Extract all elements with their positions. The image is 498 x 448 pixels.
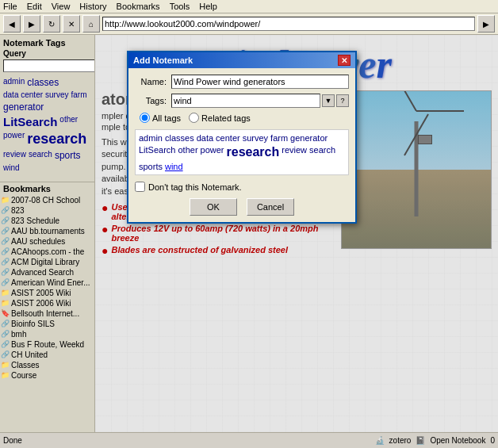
query-row: ? [3, 59, 91, 72]
bookmark-bioinfo[interactable]: 🔗Bioinfo SILS [0, 319, 94, 329]
bookmark-course[interactable]: 📁Course [0, 370, 94, 381]
go-button[interactable]: ▶ [477, 15, 495, 33]
forward-button[interactable]: ▶ [23, 15, 40, 33]
tags-input[interactable] [171, 94, 320, 108]
folder-icon: 📁 [0, 288, 10, 297]
link-icon: 🔗 [0, 329, 10, 339]
link-icon: 🔗 [0, 226, 10, 235]
bookmark-awea[interactable]: 🔗American Wind Ener... [0, 278, 94, 288]
link-icon: 🔗 [0, 216, 10, 225]
menu-bookmarks[interactable]: Bookmarks [117, 2, 160, 11]
dialog-close-button[interactable]: ✕ [338, 55, 351, 66]
tag-wind[interactable]: wind [3, 163, 20, 172]
dialog-tag-litsearch[interactable]: LitSearch [139, 145, 175, 159]
bookmark-asist06[interactable]: 📁ASIST 2006 Wiki [0, 298, 94, 308]
radio-related-input[interactable] [189, 113, 199, 123]
query-label: Query [3, 49, 91, 58]
bookmark-2007[interactable]: 📁2007-08 CH School [0, 195, 94, 205]
reload-button[interactable]: ↻ [43, 15, 60, 33]
ok-button[interactable]: OK [190, 198, 237, 216]
bookmark-busf[interactable]: 🔗Bus F Route, Weekd [0, 339, 94, 350]
tag-power[interactable]: power [3, 131, 25, 147]
menu-help[interactable]: Help [199, 2, 217, 11]
bookmark-bmh[interactable]: 🔗bmh [0, 329, 94, 339]
bookmark-classes[interactable]: 📁Classes [0, 360, 94, 370]
menu-edit[interactable]: Edit [27, 2, 42, 11]
link-icon: 🔗 [0, 236, 10, 246]
tags-input-wrap: ▼ ? [171, 94, 349, 108]
address-bar [102, 17, 475, 31]
tag-data-center[interactable]: data center [3, 90, 43, 99]
dialog-tag-survey[interactable]: survey [243, 133, 268, 143]
open-notebook-label[interactable]: Open Notebook [430, 436, 485, 445]
dialog-tag-other[interactable]: other [178, 145, 197, 159]
menu-file[interactable]: File [3, 2, 17, 11]
tags-help-btn[interactable]: ? [336, 94, 349, 107]
name-label: Name: [135, 77, 167, 86]
bookmark-asist05[interactable]: 📁ASIST 2005 Wiki [0, 288, 94, 298]
stop-button[interactable]: ✕ [63, 15, 80, 33]
dialog-tag-sports[interactable]: sports [139, 162, 163, 171]
main-area: Notemark Tags Query ? admin classes data… [0, 35, 498, 432]
tag-research[interactable]: research [27, 131, 86, 147]
address-input[interactable] [102, 17, 475, 31]
menu-tools[interactable]: Tools [170, 2, 190, 11]
cancel-button[interactable]: Cancel [247, 198, 294, 216]
tag-admin[interactable]: admin [3, 77, 25, 88]
bookmark-aau-bb[interactable]: 🔗AAU bb.tournaments [0, 226, 94, 236]
bookmark-823sched[interactable]: 🔗823 Schedule [0, 216, 94, 226]
dialog-buttons: OK Cancel [135, 198, 349, 216]
dialog-tag-farm[interactable]: farm [270, 133, 288, 143]
dialog-tag-wind[interactable]: wind [165, 162, 183, 171]
bookmark-chunited[interactable]: 🔗CH United [0, 350, 94, 360]
dialog-tag-classes[interactable]: classes [165, 133, 194, 143]
tag-search[interactable]: search [29, 150, 52, 161]
folder-icon: 📁 [0, 195, 10, 205]
tag-survey[interactable]: survey [45, 90, 68, 99]
zotero-icon[interactable]: 🔬 [375, 436, 385, 445]
dialog-tag-admin[interactable]: admin [139, 133, 163, 143]
bookmark-advsearch[interactable]: 🔗Advanced Search [0, 267, 94, 278]
dialog-title: Add Notemark [133, 56, 193, 65]
dialog-tags-cloud: admin classes data center survey farm ge… [135, 129, 349, 175]
dialog-tag-research[interactable]: research [227, 145, 280, 159]
tag-review[interactable]: review [3, 150, 26, 161]
zotero-label: zotero [389, 436, 412, 445]
radio-all-input[interactable] [140, 113, 150, 123]
menu-view[interactable]: View [52, 2, 71, 11]
link-icon: 🔗 [0, 257, 10, 266]
bookmark-aau-sched[interactable]: 🔗AAU schedules [0, 236, 94, 247]
back-button[interactable]: ◀ [3, 15, 21, 33]
add-notemark-dialog: Add Notemark ✕ Name: Tags: [127, 51, 357, 224]
dialog-tag-generator[interactable]: generator [290, 133, 328, 143]
bookmark-823[interactable]: 🔗823 [0, 205, 94, 216]
counter: 0 [490, 436, 495, 445]
query-input[interactable] [3, 59, 95, 72]
menu-history[interactable]: History [79, 2, 106, 11]
dialog-tag-data-center[interactable]: data center [197, 133, 240, 143]
tag-other[interactable]: other [59, 115, 78, 128]
tag-farm[interactable]: farm [71, 90, 87, 99]
dont-tag-checkbox[interactable] [135, 182, 145, 192]
tag-classes[interactable]: classes [27, 77, 59, 88]
tag-sports[interactable]: sports [55, 150, 81, 161]
tag-litsearch[interactable]: LitSearch [3, 115, 57, 128]
dialog-tag-power[interactable]: power [201, 145, 224, 159]
tags-field-row: Tags: ▼ ? [135, 94, 349, 108]
radio-related-tags[interactable]: Related tags [189, 113, 251, 123]
content-area: WindPower ato [95, 35, 498, 432]
dialog-tag-search[interactable]: search [309, 145, 335, 159]
dialog-tag-review[interactable]: review [282, 145, 307, 159]
home-button[interactable]: ⌂ [82, 15, 100, 33]
dialog-titlebar: Add Notemark ✕ [128, 52, 355, 68]
bookmark-bellsouth[interactable]: 🔖Bellsouth Internet... [0, 308, 94, 319]
special-icon: 🔖 [0, 308, 10, 318]
bookmark-acm[interactable]: 🔗ACM Digital Library [0, 257, 94, 267]
bookmark-acahoops[interactable]: 🔗ACAhoops.com - the [0, 247, 94, 257]
tag-generator[interactable]: generator [3, 101, 44, 113]
sidebar: Notemark Tags Query ? admin classes data… [0, 35, 95, 432]
tags-dropdown-btn[interactable]: ▼ [322, 94, 335, 107]
radio-all-tags[interactable]: All tags [140, 113, 181, 123]
notebook-icon[interactable]: 📓 [416, 436, 425, 445]
name-input[interactable] [171, 75, 349, 89]
